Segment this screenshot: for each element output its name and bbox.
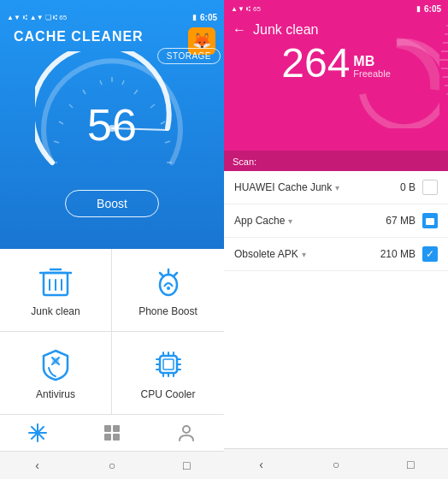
back-btn-left[interactable]: ‹ <box>0 452 74 479</box>
junk-item-name-1: HUAWEI Cache Junk <box>234 181 332 193</box>
back-arrow-right[interactable]: ← <box>233 22 246 38</box>
pct-right: 65 <box>253 5 261 13</box>
junk-clean-label: Junk clean <box>31 305 80 317</box>
grid-cell-junk-clean[interactable]: Junk clean <box>0 249 112 332</box>
svg-line-6 <box>83 90 85 94</box>
nav-item-grid[interactable] <box>74 415 149 452</box>
svg-line-11 <box>150 104 155 108</box>
svg-rect-50 <box>104 434 111 441</box>
svg-point-21 <box>160 275 177 295</box>
mb-unit: MB Freeable <box>353 55 390 79</box>
svg-point-47 <box>35 431 39 435</box>
feature-grid: Junk clean Phone Boost Antivi <box>0 249 224 414</box>
cpu-cooler-icon <box>150 346 187 383</box>
grid-cell-cpu-cooler[interactable]: CPU Cooler <box>112 332 224 414</box>
recents-btn-left[interactable]: □ <box>150 452 224 479</box>
grid-cell-phone-boost[interactable]: Phone Boost <box>112 249 224 332</box>
folder-icon <box>425 216 435 226</box>
gauge-number: 56 <box>87 103 137 147</box>
junk-size-3: 210 MB <box>380 248 416 260</box>
home-btn-right[interactable]: ○ <box>298 449 373 479</box>
junk-item-apk[interactable]: Obsolete APK ▾ 210 MB ✓ <box>224 238 448 271</box>
chevron-2: ▾ <box>288 216 292 226</box>
scan-label: Scan: <box>233 157 256 167</box>
junk-item-left-2: App Cache ▾ <box>234 215 386 227</box>
right-title: Junk clean <box>253 22 319 38</box>
grid-cell-antivirus[interactable]: Antivirus <box>0 332 112 414</box>
checkbox-3[interactable]: ✓ <box>422 246 438 262</box>
svg-rect-48 <box>104 425 111 432</box>
status-bar-left: ▲▼ ⑆ ▲▼ ❏ ⑆ 65 ▮ 6:05 <box>0 9 224 26</box>
wifi-icon: ▲▼ <box>7 14 21 21</box>
checkbox-2[interactable] <box>422 213 438 228</box>
svg-line-7 <box>100 80 102 85</box>
right-panel: ▲▼ ⑆ 65 ▮ 6:05 ← Junk clean <box>224 0 448 479</box>
person-icon <box>177 423 196 442</box>
svg-line-3 <box>54 141 59 143</box>
junk-size-2: 67 MB <box>386 215 416 227</box>
left-panel: ▲▼ ⑆ ▲▼ ❏ ⑆ 65 ▮ 6:05 CACHE CLEANER 🦊 ST… <box>0 0 224 479</box>
svg-line-9 <box>122 80 124 85</box>
nav-item-snowflake[interactable] <box>0 415 74 452</box>
checkbox-1[interactable] <box>422 180 438 195</box>
antivirus-icon <box>37 346 74 383</box>
svg-line-24 <box>174 273 177 276</box>
svg-line-10 <box>134 90 138 94</box>
svg-line-4 <box>59 121 63 124</box>
chevron-1: ▾ <box>335 183 339 192</box>
right-mb-display: 264 MB Freeable <box>281 43 391 84</box>
time-left: 6:05 <box>200 13 217 22</box>
gauge-wrap: 56 <box>35 51 189 180</box>
svg-point-25 <box>167 287 170 290</box>
junk-item-huawei[interactable]: HUAWEI Cache Junk ▾ 0 B <box>224 171 448 204</box>
home-btn-left[interactable]: ○ <box>74 452 149 479</box>
junk-list: HUAWEI Cache Junk ▾ 0 B App Cache ▾ 67 M… <box>224 171 448 448</box>
junk-item-appcache[interactable]: App Cache ▾ 67 MB <box>224 204 448 238</box>
junk-item-left-1: HUAWEI Cache Junk ▾ <box>234 181 400 193</box>
svg-rect-29 <box>160 356 177 373</box>
phone-boost-label: Phone Boost <box>139 305 197 317</box>
bottom-nav <box>0 414 224 452</box>
junk-item-left-3: Obsolete APK ▾ <box>234 248 380 260</box>
cpu-cooler-label: CPU Cooler <box>140 388 195 400</box>
svg-line-5 <box>69 104 73 108</box>
freeable-text: Freeable <box>353 68 390 79</box>
snowflake-icon <box>27 423 48 443</box>
right-hero: ▲▼ ⑆ 65 ▮ 6:05 ← Junk clean <box>224 0 448 171</box>
svg-line-23 <box>160 273 163 276</box>
sys-nav-left: ‹ ○ □ <box>0 451 224 479</box>
mb-text: MB <box>353 55 390 68</box>
battery-icon-left: ▮ <box>192 13 197 21</box>
signal-icon: ⑆ <box>23 14 27 21</box>
status-icons-left: ▲▼ ⑆ ▲▼ ❏ ⑆ 65 <box>7 14 67 21</box>
back-btn-right[interactable]: ‹ <box>224 449 298 479</box>
boost-button[interactable]: Boost <box>65 190 159 217</box>
svg-line-13 <box>165 141 170 143</box>
left-hero: ▲▼ ⑆ ▲▼ ❏ ⑆ 65 ▮ 6:05 CACHE CLEANER 🦊 ST… <box>0 0 224 249</box>
scan-bar: Scan: <box>224 151 448 171</box>
svg-rect-30 <box>163 359 174 370</box>
phone-boost-icon <box>150 263 187 300</box>
nav-item-person[interactable] <box>150 415 224 452</box>
junk-size-1: 0 B <box>400 181 416 193</box>
junk-clean-icon <box>37 263 74 300</box>
svg-point-52 <box>183 426 190 433</box>
svg-line-12 <box>161 121 165 124</box>
svg-rect-49 <box>113 425 120 432</box>
mb-number: 264 <box>281 43 350 84</box>
recents-btn-right[interactable]: □ <box>374 449 448 479</box>
battery-pct-left: ▲▼ ❏ ⑆ 65 <box>30 14 67 21</box>
chevron-3: ▾ <box>302 250 306 259</box>
junk-item-name-2: App Cache <box>234 215 285 227</box>
junk-item-name-3: Obsolete APK <box>234 248 298 260</box>
antivirus-label: Antivirus <box>36 388 75 400</box>
svg-rect-51 <box>113 434 120 441</box>
app-title: CACHE CLEANER <box>0 29 144 44</box>
grid-icon <box>103 423 121 442</box>
sys-nav-right: ‹ ○ □ <box>224 448 448 479</box>
